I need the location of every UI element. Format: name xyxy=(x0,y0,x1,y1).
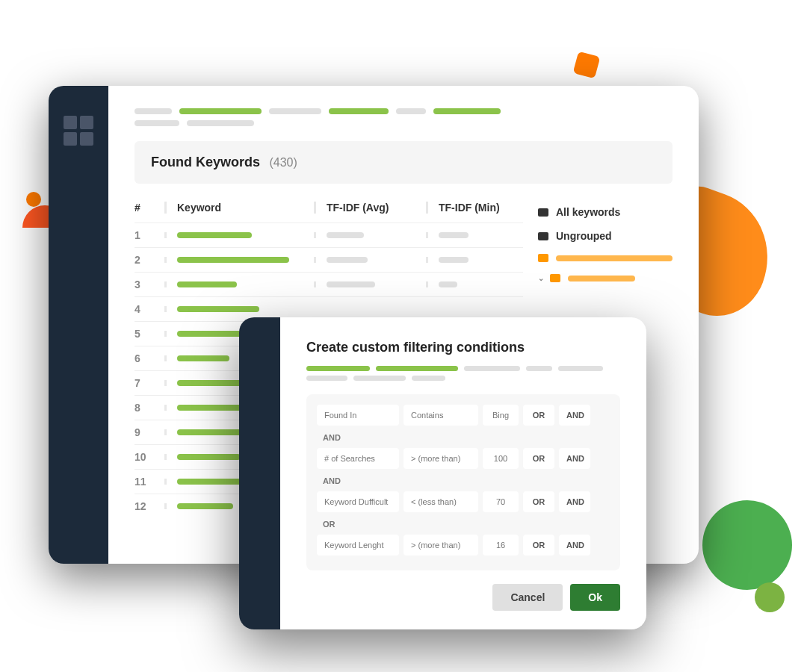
folder-icon xyxy=(550,274,560,282)
section-header: Found Keywords (430) xyxy=(134,141,672,184)
folder-icon xyxy=(538,208,548,217)
filter-and[interactable]: AND xyxy=(559,448,590,469)
filter-operator[interactable]: < (less than) xyxy=(404,491,478,512)
row-number: 7 xyxy=(134,377,164,389)
cancel-button[interactable]: Cancel xyxy=(492,584,563,611)
folder-bar xyxy=(556,255,672,261)
keyword-cell xyxy=(164,257,314,263)
modal-sidebar xyxy=(239,317,280,629)
row-number: 6 xyxy=(134,352,164,364)
filter-join-label: OR xyxy=(317,517,610,532)
decoration-dot xyxy=(26,192,41,207)
folder-label: All keywords xyxy=(556,206,620,218)
table-header: # Keyword TF-IDF (Avg) TF-IDF (Min) xyxy=(134,193,523,223)
decoration-green-dot xyxy=(755,582,785,612)
row-number: 4 xyxy=(134,303,164,315)
filter-value[interactable]: 70 xyxy=(483,491,519,512)
folder-icon xyxy=(538,232,548,240)
row-number: 10 xyxy=(134,451,164,463)
filter-row: Keyword Lenght> (more than)16ORAND xyxy=(317,535,610,556)
breadcrumb-row-1 xyxy=(134,108,672,114)
decoration-square xyxy=(573,52,601,79)
table-row[interactable]: 1 xyxy=(134,223,523,247)
filter-value[interactable]: Bing xyxy=(483,405,519,426)
keyword-cell xyxy=(164,232,314,238)
folder-custom-2[interactable]: ⌄ xyxy=(538,268,672,288)
row-number: 5 xyxy=(134,328,164,340)
filter-and[interactable]: AND xyxy=(559,491,590,512)
filter-field[interactable]: Keyword Lenght xyxy=(317,535,399,556)
filter-operator[interactable]: Contains xyxy=(404,405,478,426)
table-row[interactable]: 3 xyxy=(134,272,523,296)
keyword-cell xyxy=(164,281,314,287)
filter-or[interactable]: OR xyxy=(523,405,554,426)
table-row[interactable]: 2 xyxy=(134,247,523,272)
folder-bar xyxy=(568,276,635,281)
chevron-down-icon: ⌄ xyxy=(538,274,544,282)
tfidf-min-cell xyxy=(426,281,523,287)
row-number: 3 xyxy=(134,279,164,290)
tfidf-min-cell xyxy=(426,232,523,238)
row-number: 2 xyxy=(134,254,164,266)
filter-or[interactable]: OR xyxy=(523,491,554,512)
modal-pills-2 xyxy=(306,376,620,381)
tfidf-avg-cell xyxy=(314,257,426,263)
row-number: 9 xyxy=(134,426,164,438)
row-number: 8 xyxy=(134,402,164,414)
filter-field[interactable]: Keyword Dufficult xyxy=(317,491,399,512)
tfidf-min-cell xyxy=(426,257,523,263)
filter-or[interactable]: OR xyxy=(523,535,554,556)
folder-all-keywords[interactable]: All keywords xyxy=(538,200,672,224)
filter-field[interactable]: Found In xyxy=(317,405,399,426)
modal-title: Create custom filtering conditions xyxy=(306,340,620,355)
filter-operator[interactable]: > (more than) xyxy=(404,535,478,556)
col-keyword[interactable]: Keyword xyxy=(164,202,314,214)
sidebar xyxy=(49,86,108,564)
keyword-cell xyxy=(164,306,314,312)
modal-pills-1 xyxy=(306,366,620,371)
col-num: # xyxy=(134,202,164,214)
filter-conditions: Found InContainsBingORANDAND# of Searche… xyxy=(306,394,620,570)
filter-modal: Create custom filtering conditions Found… xyxy=(239,317,646,629)
folder-icon xyxy=(538,254,548,262)
col-tfidf-min[interactable]: TF-IDF (Min) xyxy=(426,202,523,214)
folder-label: Ungrouped xyxy=(556,230,612,242)
filter-value[interactable]: 100 xyxy=(483,448,519,469)
ok-button[interactable]: Ok xyxy=(570,584,620,611)
filter-row: Keyword Dufficult< (less than)70ORAND xyxy=(317,491,610,512)
col-tfidf-avg[interactable]: TF-IDF (Avg) xyxy=(314,202,426,214)
filter-row: Found InContainsBingORAND xyxy=(317,405,610,426)
filter-and[interactable]: AND xyxy=(559,405,590,426)
row-number: 12 xyxy=(134,500,164,512)
folder-custom-1[interactable] xyxy=(538,248,672,268)
tfidf-avg-cell xyxy=(314,232,426,238)
row-number: 11 xyxy=(134,476,164,488)
tfidf-avg-cell xyxy=(314,281,426,287)
filter-field[interactable]: # of Searches xyxy=(317,448,399,469)
modal-actions: Cancel Ok xyxy=(306,584,620,611)
filter-operator[interactable]: > (more than) xyxy=(404,448,478,469)
row-number: 1 xyxy=(134,229,164,241)
decoration-green-circle xyxy=(702,500,792,590)
filter-or[interactable]: OR xyxy=(523,448,554,469)
filter-and[interactable]: AND xyxy=(559,535,590,556)
filter-join-label: AND xyxy=(317,430,610,445)
filter-value[interactable]: 16 xyxy=(483,535,519,556)
section-count: (430) xyxy=(269,156,297,169)
filter-row: # of Searches> (more than)100ORAND xyxy=(317,448,610,469)
breadcrumb-row-2 xyxy=(134,120,672,126)
dashboard-icon[interactable] xyxy=(64,116,93,146)
modal-content: Create custom filtering conditions Found… xyxy=(280,317,646,629)
folder-ungrouped[interactable]: Ungrouped xyxy=(538,224,672,248)
filter-join-label: AND xyxy=(317,473,610,488)
section-title: Found Keywords xyxy=(151,155,260,169)
